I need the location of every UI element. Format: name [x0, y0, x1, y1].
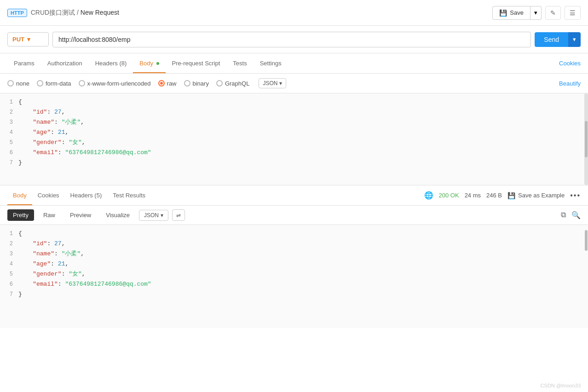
top-bar-left: HTTP CRUD接口测试 / New Request — [7, 9, 119, 17]
response-editor: 1 { 2 "id": 27, 3 "name": "小柔", 4 "age":… — [0, 225, 588, 328]
url-input[interactable] — [52, 32, 531, 47]
radio-binary-dot — [184, 80, 190, 86]
response-line-6: 6 "email": "637649812746986@qq.com" — [0, 279, 588, 289]
comment-button[interactable]: ☰ — [565, 6, 581, 20]
response-format-bar: Pretty Raw Preview Visualize JSON ▾ ⇌ ⧉ … — [0, 206, 588, 225]
radio-binary-label: binary — [193, 80, 209, 87]
format-tab-raw-label: Raw — [43, 212, 55, 219]
radio-none[interactable]: none — [7, 80, 29, 87]
watermark: CSDN @lmoon33 — [540, 383, 581, 388]
method-select[interactable]: PUT ▾ — [7, 32, 49, 46]
save-group: 💾 Save ▾ — [492, 6, 542, 20]
breadcrumb: CRUD接口测试 / New Request — [31, 9, 119, 17]
response-format-dropdown[interactable]: JSON ▾ — [139, 210, 168, 221]
response-tab-cookies-label: Cookies — [38, 192, 59, 199]
top-bar: HTTP CRUD接口测试 / New Request 💾 Save ▾ ✎ ☰ — [0, 0, 588, 26]
response-tab-headers[interactable]: Headers (5) — [65, 186, 108, 205]
send-chevron-icon: ▾ — [573, 36, 576, 43]
breadcrumb-parent[interactable]: CRUD接口测试 — [31, 9, 75, 16]
radio-form-data[interactable]: form-data — [37, 80, 71, 87]
json-chevron-icon: ▾ — [279, 80, 282, 86]
body-dot-indicator — [156, 62, 159, 65]
radio-urlencoded-dot — [79, 80, 85, 86]
radio-urlencoded-label: x-www-form-urlencoded — [87, 80, 151, 87]
format-tab-pretty[interactable]: Pretty — [7, 209, 34, 221]
format-tab-pretty-label: Pretty — [13, 212, 29, 219]
edit-button[interactable]: ✎ — [545, 6, 561, 20]
editor-line-4: 4 "age": 21, — [0, 127, 588, 138]
response-format-label: JSON — [144, 212, 159, 219]
cookies-link[interactable]: Cookies — [559, 60, 581, 67]
tab-tests[interactable]: Tests — [226, 54, 253, 73]
more-button[interactable]: ••• — [570, 191, 581, 200]
radio-graphql[interactable]: GraphQL — [216, 80, 249, 87]
response-line-5: 5 "gender": "女", — [0, 269, 588, 279]
radio-urlencoded[interactable]: x-www-form-urlencoded — [79, 80, 151, 87]
method-chevron-icon: ▾ — [27, 36, 30, 43]
response-scrollbar[interactable] — [584, 225, 588, 328]
tab-pre-request[interactable]: Pre-request Script — [166, 54, 227, 73]
response-time: 24 ms — [465, 192, 481, 199]
send-button[interactable]: Send — [535, 32, 568, 47]
response-section: Body Cookies Headers (5) Test Results 🌐 … — [0, 185, 588, 328]
method-label: PUT — [12, 36, 24, 43]
save-icon: 💾 — [499, 9, 507, 17]
radio-form-data-label: form-data — [46, 80, 71, 87]
response-tab-body[interactable]: Body — [7, 186, 32, 205]
format-tab-preview[interactable]: Preview — [64, 209, 97, 221]
url-bar: PUT ▾ Send ▾ — [0, 26, 588, 53]
json-dropdown-label: JSON — [263, 80, 277, 86]
response-tab-test-results-label: Test Results — [113, 192, 145, 199]
editor-scrollbar[interactable] — [584, 93, 588, 185]
tab-settings-label: Settings — [260, 60, 282, 67]
tab-headers[interactable]: Headers (8) — [89, 54, 133, 73]
top-bar-right: 💾 Save ▾ ✎ ☰ — [492, 6, 581, 20]
radio-none-label: none — [16, 80, 29, 87]
tab-authorization[interactable]: Authorization — [41, 54, 89, 73]
editor-line-5: 5 "gender": "女", — [0, 138, 588, 148]
save-example-label: Save as Example — [518, 192, 565, 199]
wrap-button[interactable]: ⇌ — [172, 209, 185, 221]
wrap-icon: ⇌ — [176, 212, 181, 219]
tab-authorization-label: Authorization — [47, 60, 82, 67]
radio-graphql-dot — [216, 80, 223, 86]
format-tab-raw[interactable]: Raw — [38, 209, 61, 221]
save-label: Save — [510, 9, 524, 16]
tab-params[interactable]: Params — [7, 54, 41, 73]
response-meta: 🌐 200 OK 24 ms 246 B 💾 Save as Example •… — [424, 191, 581, 200]
tab-body-label: Body — [139, 60, 153, 67]
response-format-chevron-icon: ▾ — [161, 212, 163, 219]
beautify-button[interactable]: Beautify — [559, 80, 581, 87]
response-line-2: 2 "id": 27, — [0, 239, 588, 249]
response-tab-headers-label: Headers (5) — [70, 192, 102, 199]
editor-line-6: 6 "email": "637649812746986@qq.com" — [0, 148, 588, 158]
radio-none-dot — [7, 80, 14, 86]
radio-graphql-label: GraphQL — [225, 80, 249, 87]
response-line-3: 3 "name": "小柔", — [0, 249, 588, 259]
request-tabs: Params Authorization Headers (8) Body Pr… — [0, 53, 588, 74]
breadcrumb-sep: / — [77, 9, 79, 16]
response-line-1: 1 { — [0, 229, 588, 239]
send-dropdown-button[interactable]: ▾ — [568, 32, 581, 47]
response-tab-test-results[interactable]: Test Results — [107, 186, 151, 205]
tab-settings[interactable]: Settings — [254, 54, 288, 73]
tab-body[interactable]: Body — [133, 54, 165, 73]
send-group: Send ▾ — [535, 32, 581, 47]
request-editor[interactable]: 1 { 2 "id": 27, 3 "name": "小柔", 4 "age":… — [0, 93, 588, 185]
json-dropdown[interactable]: JSON ▾ — [259, 78, 286, 88]
tab-params-label: Params — [14, 60, 35, 67]
radio-raw[interactable]: raw — [158, 80, 177, 87]
format-tab-visualize[interactable]: Visualize — [100, 209, 135, 221]
save-dropdown-button[interactable]: ▾ — [530, 6, 542, 20]
radio-binary[interactable]: binary — [184, 80, 209, 87]
response-tab-cookies[interactable]: Cookies — [32, 186, 65, 205]
response-icons: ⧉ 🔍 — [561, 211, 581, 219]
format-tab-visualize-label: Visualize — [106, 212, 130, 219]
save-example-button[interactable]: 💾 Save as Example — [507, 192, 565, 199]
send-label: Send — [544, 36, 559, 43]
editor-line-3: 3 "name": "小柔", — [0, 117, 588, 127]
copy-button[interactable]: ⧉ — [561, 211, 566, 219]
search-button[interactable]: 🔍 — [571, 211, 581, 219]
save-example-icon: 💾 — [507, 192, 515, 199]
save-button[interactable]: 💾 Save — [492, 6, 530, 20]
